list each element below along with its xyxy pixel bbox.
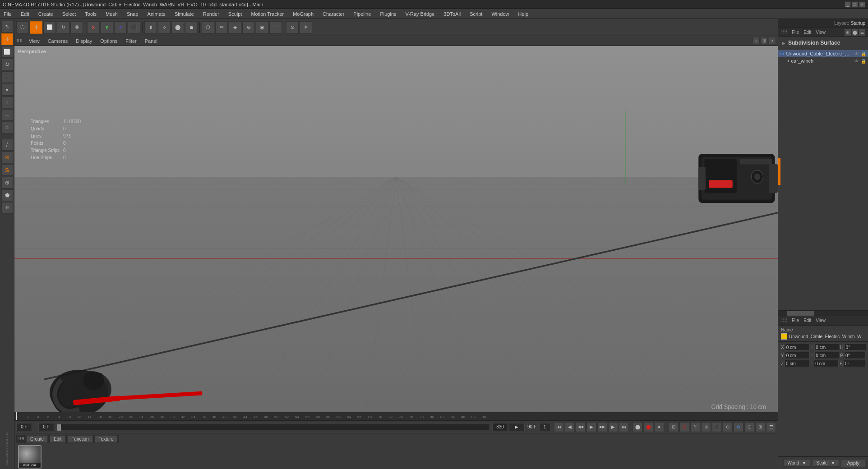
menu-mesh[interactable]: Mesh [104,10,120,18]
point-mode[interactable]: ○ [1,97,13,108]
timeline-scrubber[interactable] [57,424,489,430]
coord-sys-btn[interactable]: ⬛ [128,21,140,34]
cube-btn[interactable]: ⬡ [202,21,214,34]
line-tool[interactable]: / [1,139,13,151]
step-back-btn[interactable]: ◀ [565,422,575,432]
om-icon1[interactable]: ⊕ [845,29,851,36]
b-rot-input[interactable] [844,360,865,367]
child-lock[interactable]: 🔒 [861,59,866,64]
model-mode[interactable]: ● [1,84,13,96]
root-lock[interactable]: 🔒 [861,51,866,56]
menu-vray[interactable]: V-Ray Bridge [404,10,437,18]
mat-tab-create[interactable]: Create [26,435,48,443]
mat-tab-texture[interactable]: Texture [95,435,118,443]
move-tool[interactable]: ✛ [1,33,13,45]
om-edit-btn[interactable]: Edit [803,30,811,35]
brush-tool[interactable]: ≋ [1,202,13,214]
mat-tab-function[interactable]: Function [67,435,92,443]
extra-btn4[interactable]: ⊕ [701,422,711,432]
vp-menu-options[interactable]: Options [98,37,119,45]
freeform-tool[interactable]: + [1,71,13,83]
menu-create[interactable]: Create [37,10,55,18]
rotate-tool-btn[interactable]: ↻ [57,21,69,34]
deformer-btn[interactable]: ⊛ [242,21,255,34]
maximize-button[interactable]: □ [852,1,858,8]
z-pos-input[interactable] [785,360,809,367]
snap-tool[interactable]: ⊗ [1,152,13,163]
camera-btn[interactable]: ⊙ [286,21,299,34]
vp-menu-cameras[interactable]: Cameras [46,37,70,45]
start-frame-input[interactable] [16,423,32,431]
extra-btn3[interactable]: ? [690,422,700,432]
scrollbar-thumb[interactable] [787,311,814,316]
menu-plugins[interactable]: Plugins [378,10,398,18]
x-axis-btn[interactable]: X [87,21,100,34]
menu-script[interactable]: Script [468,10,484,18]
child-eye[interactable]: 👁 [854,59,859,64]
record-mode-btn[interactable]: ⬤ [633,422,642,432]
menu-help[interactable]: Help [517,10,531,18]
world-dropdown[interactable]: World ▼ [783,459,810,467]
menu-motion-tracker[interactable]: Motion Tracker [249,10,286,18]
menu-window[interactable]: Window [489,10,511,18]
menu-mograph[interactable]: MoGraph [291,10,315,18]
cloner-btn[interactable]: ⋯ [269,21,282,34]
record-btn2[interactable]: ● [654,422,664,432]
attr-file-btn[interactable]: File [792,318,799,323]
menu-file[interactable]: File [2,10,14,18]
vp-menu-panel[interactable]: Panel [143,37,159,45]
vp-menu-view[interactable]: View [27,37,42,45]
scrub-value[interactable] [492,423,508,431]
x-size-input[interactable] [814,344,839,351]
om-icon3[interactable]: ☰ [859,29,865,36]
pen-btn[interactable]: ✏ [215,21,228,34]
autokey-mode-btn[interactable]: ⬤ [643,422,653,432]
edge-mode[interactable]: — [1,109,13,121]
play-btn[interactable]: ▶ [586,422,596,432]
extra-btn8[interactable]: ⬡ [744,422,754,432]
extra-btn1[interactable]: ⊟ [669,422,679,432]
freeform-btn[interactable]: ✚ [70,21,83,34]
attr-view-btn[interactable]: View [816,318,826,323]
vp-layout-btn[interactable]: ⊞ [761,37,768,44]
cursor-tool[interactable]: ↖ [1,21,13,32]
root-eye[interactable]: 👁 [854,51,859,56]
scale-dropdown[interactable]: Scale ▼ [812,459,839,467]
vp-menu-display[interactable]: Display [74,37,94,45]
tree-item-car-winch[interactable]: ♦ car_winch 👁 🔒 [778,57,868,64]
p-rot-input[interactable] [844,352,866,359]
step-fwd-btn[interactable]: ▶ [608,422,618,432]
extra-btn9[interactable]: ⊞ [755,422,765,432]
menu-sculpt[interactable]: Sculpt [226,10,244,18]
autokey-btn[interactable]: ⏺ [185,21,198,34]
om-view-btn[interactable]: View [816,30,826,35]
current-frame-input[interactable] [38,423,54,431]
keyframe-btn[interactable]: ⟡ [158,21,171,34]
record-btn[interactable]: ⬤ [171,21,184,34]
menu-simulate[interactable]: Simulate [173,10,196,18]
magnet-tool[interactable]: ⊕ [1,177,13,189]
poly-mode[interactable]: □ [1,122,13,133]
goto-end-btn[interactable]: ⏭ [619,422,629,432]
object-manager-scrollbar[interactable] [778,310,868,316]
scrubber-handle[interactable] [57,424,61,431]
vp-expand-btn[interactable]: ↕ [753,37,760,44]
light-btn[interactable]: ☀ [300,21,312,34]
extra-btn7[interactable]: ⊙ [734,422,743,432]
apply-button[interactable]: Apply [841,459,865,467]
z-axis-btn[interactable]: Z [114,21,127,34]
mat-tab-edit[interactable]: Edit [50,435,65,443]
close-button[interactable]: × [859,1,865,8]
z-size-input[interactable] [814,360,839,367]
menu-render[interactable]: Render [201,10,221,18]
material-item-mat-car[interactable]: mat_car [18,445,42,469]
select-tool-btn[interactable]: ⬡ [16,21,29,34]
play-loop-btn[interactable]: ▶▶ [597,422,607,432]
vp-close-btn[interactable]: × [769,37,776,44]
object-color-box[interactable] [781,333,787,340]
3d-viewport[interactable]: Grid Spacing : 10 cm X Y Z Triangles1118… [14,46,778,412]
rotate-tool[interactable]: ↻ [1,59,13,70]
y-pos-input[interactable] [785,352,810,359]
animation-btn[interactable]: ⏸ [144,21,157,34]
menu-animate[interactable]: Animate [146,10,167,18]
